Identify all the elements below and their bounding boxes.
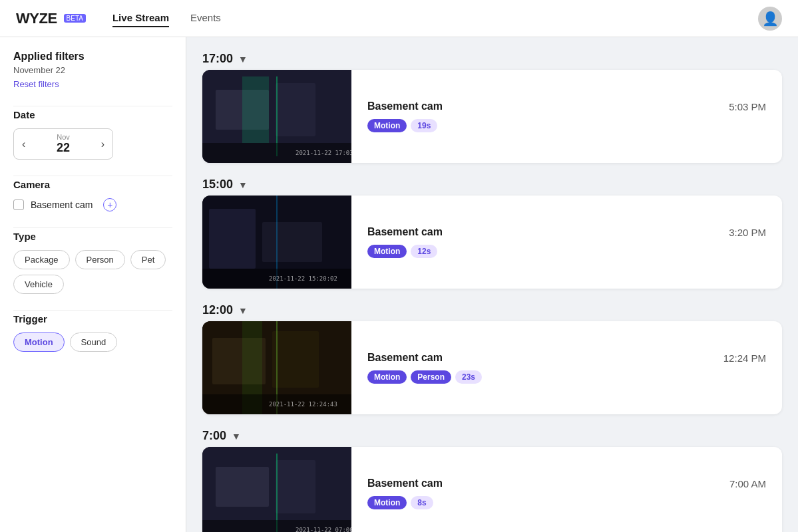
svg-rect-21 bbox=[216, 467, 269, 507]
filter-date-text: November 22 bbox=[13, 65, 172, 75]
event-card-700: 2021-11-22 07:00:11 Basement cam 7:00 AM… bbox=[202, 447, 782, 532]
logo: WYZE BETA bbox=[16, 10, 86, 27]
type-pill-package[interactable]: Package bbox=[13, 250, 70, 269]
event-time-1224: 12:24 PM bbox=[723, 352, 766, 364]
svg-rect-2 bbox=[276, 83, 315, 136]
tag-person-1224: Person bbox=[411, 370, 451, 384]
type-section-title: Type bbox=[13, 231, 172, 242]
reset-filters-link[interactable]: Reset filters bbox=[13, 79, 59, 89]
camera-add-icon[interactable]: + bbox=[103, 198, 116, 211]
event-time-700: 7:00 AM bbox=[729, 478, 766, 489]
event-card-1703: 2021-11-22 17:03:45 Basement cam 5:03 PM… bbox=[202, 70, 782, 163]
svg-text:2021-11-22 15:20:02: 2021-11-22 15:20:02 bbox=[269, 275, 337, 282]
date-prev-button[interactable]: ‹ bbox=[14, 133, 33, 156]
event-card-1224: 2021-11-22 12:24:43 Basement cam 12:24 P… bbox=[202, 321, 782, 414]
date-day: 22 bbox=[33, 141, 93, 155]
tag-duration-1703: 19s bbox=[411, 119, 437, 132]
nav-events[interactable]: Events bbox=[190, 9, 221, 27]
avatar-icon: 👤 bbox=[762, 11, 779, 27]
time-label-15: 15:00 bbox=[202, 178, 233, 192]
event-top-row-1703: Basement cam 5:03 PM bbox=[367, 100, 766, 112]
date-picker: ‹ Nov 22 › bbox=[13, 128, 113, 160]
time-label-12: 12:00 bbox=[202, 303, 233, 317]
time-header-12[interactable]: 12:00 ▼ bbox=[202, 299, 782, 321]
tag-motion-1703: Motion bbox=[367, 119, 407, 132]
event-tags-1520: Motion 12s bbox=[367, 245, 766, 258]
event-time-1703: 5:03 PM bbox=[729, 101, 766, 112]
event-info-1224: Basement cam 12:24 PM Motion Person 23s bbox=[351, 321, 782, 414]
sidebar: Applied filters November 22 Reset filter… bbox=[0, 37, 186, 532]
svg-text:2021-11-22 12:24:43: 2021-11-22 12:24:43 bbox=[269, 401, 337, 408]
camera-checkbox[interactable] bbox=[13, 200, 24, 210]
event-top-row-1520: Basement cam 3:20 PM bbox=[367, 226, 766, 238]
app-header: WYZE BETA Live Stream Events 👤 bbox=[0, 0, 798, 37]
type-section: Type Package Person Pet Vehicle bbox=[13, 231, 172, 294]
event-tags-1224: Motion Person 23s bbox=[367, 370, 766, 384]
sidebar-divider-2 bbox=[13, 176, 172, 176]
sidebar-divider-1 bbox=[13, 106, 172, 106]
logo-text: WYZE bbox=[16, 10, 57, 27]
svg-rect-22 bbox=[276, 460, 315, 513]
event-card-1520: 2021-11-22 15:20:02 Basement cam 3:20 PM… bbox=[202, 196, 782, 289]
main-layout: Applied filters November 22 Reset filter… bbox=[0, 37, 798, 532]
type-pill-person[interactable]: Person bbox=[75, 250, 125, 269]
event-time-1520: 3:20 PM bbox=[729, 227, 766, 238]
chevron-down-icon-17: ▼ bbox=[238, 54, 248, 65]
time-header-7[interactable]: 7:00 ▼ bbox=[202, 425, 782, 447]
event-info-1520: Basement cam 3:20 PM Motion 12s bbox=[351, 196, 782, 289]
trigger-pill-motion[interactable]: Motion bbox=[13, 332, 65, 352]
type-pill-group: Package Person Pet Vehicle bbox=[13, 250, 172, 294]
date-display: Nov 22 bbox=[33, 129, 93, 159]
applied-filters-section: Applied filters November 22 Reset filter… bbox=[13, 51, 172, 90]
tag-duration-1520: 12s bbox=[411, 245, 437, 258]
event-info-1703: Basement cam 5:03 PM Motion 19s bbox=[351, 70, 782, 163]
camera-section: Camera Basement cam + bbox=[13, 179, 172, 211]
camera-section-title: Camera bbox=[13, 179, 172, 190]
camera-row: Basement cam + bbox=[13, 198, 172, 211]
type-pill-vehicle[interactable]: Vehicle bbox=[13, 275, 64, 294]
type-pill-pet[interactable]: Pet bbox=[130, 250, 166, 269]
time-header-17[interactable]: 17:00 ▼ bbox=[202, 48, 782, 70]
event-cam-name-1703: Basement cam bbox=[367, 100, 443, 112]
beta-badge: BETA bbox=[64, 14, 86, 23]
svg-text:2021-11-22 07:00:11: 2021-11-22 07:00:11 bbox=[296, 527, 351, 532]
date-section: Date ‹ Nov 22 › bbox=[13, 109, 172, 160]
trigger-pill-group: Motion Sound bbox=[13, 332, 172, 352]
event-thumb-1224[interactable]: 2021-11-22 12:24:43 bbox=[202, 321, 351, 414]
date-next-button[interactable]: › bbox=[93, 133, 112, 156]
trigger-pill-sound[interactable]: Sound bbox=[70, 332, 118, 352]
svg-rect-15 bbox=[272, 331, 319, 388]
event-cam-name-1520: Basement cam bbox=[367, 226, 443, 238]
sidebar-divider-3 bbox=[13, 227, 172, 228]
time-header-15[interactable]: 15:00 ▼ bbox=[202, 174, 782, 196]
events-content: 17:00 ▼ 2021-11-22 17:03:45 bbox=[186, 37, 798, 532]
event-thumb-1520[interactable]: 2021-11-22 15:20:02 bbox=[202, 196, 351, 289]
date-month: Nov bbox=[33, 133, 93, 141]
svg-rect-3 bbox=[242, 76, 269, 143]
time-group-15: 15:00 ▼ 2021-11-22 15:20:02 B bbox=[202, 174, 782, 289]
chevron-down-icon-12: ▼ bbox=[238, 305, 248, 316]
svg-rect-9 bbox=[262, 222, 322, 262]
camera-label: Basement cam bbox=[31, 200, 93, 210]
event-tags-700: Motion 8s bbox=[367, 496, 766, 509]
main-nav: Live Stream Events bbox=[112, 9, 221, 27]
event-cam-name-1224: Basement cam bbox=[367, 352, 443, 364]
svg-text:2021-11-22 17:03:45: 2021-11-22 17:03:45 bbox=[296, 150, 351, 156]
tag-duration-700: 8s bbox=[411, 496, 433, 509]
event-info-700: Basement cam 7:00 AM Motion 8s bbox=[351, 447, 782, 532]
tag-motion-1224: Motion bbox=[367, 370, 407, 384]
nav-live-stream[interactable]: Live Stream bbox=[112, 9, 169, 27]
event-thumb-1703[interactable]: 2021-11-22 17:03:45 bbox=[202, 70, 351, 163]
time-group-7: 7:00 ▼ 2021-11-22 07:00:11 Ba bbox=[202, 425, 782, 532]
applied-filters-title: Applied filters bbox=[13, 51, 172, 63]
time-group-12: 12:00 ▼ 2021-11-22 12:24:43 bbox=[202, 299, 782, 414]
user-avatar[interactable]: 👤 bbox=[758, 7, 782, 31]
event-top-row-1224: Basement cam 12:24 PM bbox=[367, 352, 766, 364]
sidebar-divider-4 bbox=[13, 310, 172, 311]
tag-motion-1520: Motion bbox=[367, 245, 407, 258]
time-label-7: 7:00 bbox=[202, 429, 226, 443]
trigger-section-title: Trigger bbox=[13, 313, 172, 325]
chevron-down-icon-15: ▼ bbox=[238, 180, 248, 190]
event-thumb-700[interactable]: 2021-11-22 07:00:11 bbox=[202, 447, 351, 532]
svg-rect-8 bbox=[209, 209, 256, 269]
